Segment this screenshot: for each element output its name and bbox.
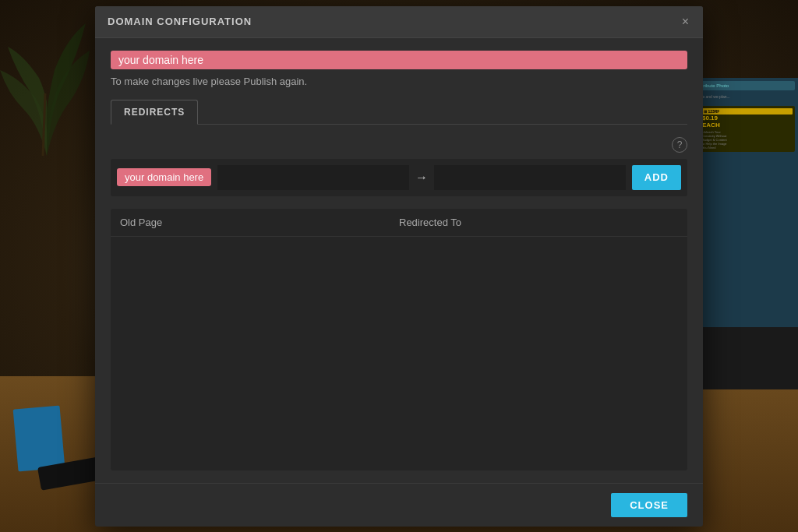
table-col-old-header: Old Page [120, 217, 399, 228]
close-button[interactable]: CLOSE [611, 493, 687, 517]
add-redirect-button[interactable]: ADD [632, 165, 681, 190]
modal-close-x-button[interactable]: × [680, 16, 690, 28]
table-body [111, 237, 687, 470]
modal-title: DOMAIN CONFIGURATION [108, 16, 252, 27]
arrow-icon: → [415, 171, 428, 185]
modal-header: DOMAIN CONFIGURATION × [95, 6, 703, 38]
publish-note: To make changes live please Publish agai… [111, 76, 687, 87]
help-icon-row: ? [111, 137, 687, 153]
destination-input[interactable] [434, 165, 626, 190]
tabs-container: REDIRECTS [111, 100, 687, 125]
modal-footer: CLOSE [95, 483, 703, 527]
redirects-table: Old Page Redirected To [111, 209, 687, 470]
domain-badge: your domain here [111, 51, 687, 69]
tab-redirects[interactable]: REDIRECTS [111, 100, 198, 125]
help-icon[interactable]: ? [672, 137, 687, 153]
modal-body: your domain here To make changes live pl… [95, 38, 703, 483]
modal-overlay: DOMAIN CONFIGURATION × your domain here … [0, 0, 798, 532]
redirect-input-row: your domain here → ADD [111, 159, 687, 196]
table-col-new-header: Redirected To [399, 217, 678, 228]
table-header: Old Page Redirected To [111, 209, 687, 237]
redirect-domain-prefix: your domain here [117, 168, 211, 186]
old-path-input[interactable] [217, 165, 409, 190]
redirects-section: ? your domain here → ADD Old Page Redire… [111, 137, 687, 470]
domain-config-modal: DOMAIN CONFIGURATION × your domain here … [95, 6, 703, 527]
